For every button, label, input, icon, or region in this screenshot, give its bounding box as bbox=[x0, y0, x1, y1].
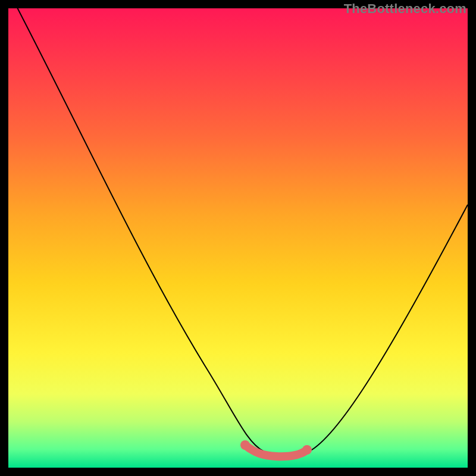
chart-svg bbox=[8, 8, 468, 468]
watermark-text: TheBottleneck.com bbox=[344, 1, 466, 17]
optimal-zone-end-dot bbox=[302, 445, 312, 455]
optimal-zone-start-dot bbox=[240, 440, 250, 450]
bottleneck-curve-line bbox=[8, 8, 468, 456]
optimal-zone-line bbox=[245, 445, 307, 456]
chart-plot-area bbox=[8, 8, 468, 468]
